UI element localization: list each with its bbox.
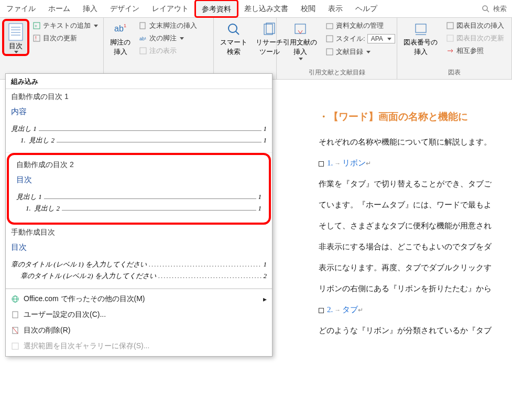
smart-lookup-button[interactable]: スマート 検索 — [217, 20, 250, 59]
dropdown-commands: Office.com で作ったその他の目次(M) ▸ ユーザー設定の目次(C).… — [6, 289, 272, 356]
svg-text:ab: ab — [114, 24, 124, 33]
toc-preset-manual[interactable]: 手動作成目次 目次 章のタイトル (レベル 1) を入力してください 1 章のタ… — [6, 225, 272, 289]
custom-toc[interactable]: ユーザー設定の目次(C)... — [6, 307, 272, 323]
footnote-icon: ab1 — [113, 22, 128, 37]
doc-list-item: 1. → リボン↵ — [319, 155, 512, 171]
toc-line: 章のタイトル (レベル 1) を入力してください 1 — [11, 260, 267, 269]
update-tof-icon — [446, 34, 454, 42]
update-toc-icon: ! — [32, 34, 41, 42]
svg-point-0 — [483, 6, 487, 10]
svg-text:+: + — [35, 24, 37, 29]
group-figures: 図表番号の 挿入 図表目次の挿入 図表目次の更新 相互参照 図表 — [397, 18, 512, 79]
bullet-icon — [319, 308, 324, 313]
search-box[interactable]: 検索 — [476, 0, 512, 17]
toc-preset-auto1[interactable]: 自動作成の目次 1 内容 見出し 1 1 1. 見出し 2 1 — [6, 89, 272, 153]
doc-paragraph: ています。『ホームタブ』には、ワードで最もよ — [319, 197, 512, 213]
remove-icon — [11, 326, 19, 335]
bibliography-icon — [325, 48, 334, 56]
svg-rect-24 — [416, 24, 426, 32]
next-footnote-icon: ab¹ — [139, 34, 147, 42]
doc-title: ・【ワード】画面の名称と機能に — [319, 110, 512, 124]
tab-home[interactable]: ホーム — [42, 0, 77, 17]
svg-rect-19 — [266, 23, 275, 34]
tab-view[interactable]: 表示 — [322, 0, 349, 17]
cross-ref-icon — [446, 47, 454, 55]
svg-rect-9 — [34, 35, 40, 41]
svg-rect-22 — [326, 36, 333, 42]
style-icon — [325, 35, 334, 43]
dropdown-builtin-header: 組み込み — [6, 74, 272, 89]
preset-heading: 目次 — [16, 175, 262, 185]
caption-icon — [413, 22, 428, 37]
toc-preset-auto2[interactable]: 自動作成の目次 2 目次 見出し 1 1 1. 見出し 2 1 — [11, 157, 267, 220]
manage-sources-icon — [325, 21, 334, 30]
svg-rect-34 — [12, 343, 18, 349]
toc-line: 1. 見出し 2 1 — [11, 136, 267, 145]
insert-tof-button[interactable]: 図表目次の挿入 — [444, 20, 506, 31]
svg-text:!: ! — [35, 36, 37, 41]
svg-rect-15 — [140, 48, 146, 54]
toc-line: 1. 見出し 2 1 — [16, 204, 262, 213]
preset-title: 手動作成目次 — [11, 228, 267, 237]
citation-style-row: スタイル: APA — [323, 33, 397, 45]
group-label-citations: 引用文献と文献目録 — [280, 67, 394, 78]
search-placeholder: 検索 — [493, 4, 507, 14]
doc-paragraph: 非表示にする場合は、どこでもよいのでタブをダ — [319, 239, 512, 255]
tab-layout[interactable]: レイアウト — [146, 0, 195, 17]
insert-footnote-button[interactable]: ab1 脚注の 挿入 — [107, 20, 134, 59]
insert-endnote-button[interactable]: 文末脚注の挿入 — [137, 20, 199, 31]
ribbon: 目次 + テキストの追加 ! 目次の更新 ab1 脚注の 挿入 — [0, 18, 512, 80]
save-to-gallery: 選択範囲を目次ギャラリーに保存(S)... — [6, 338, 272, 354]
tab-review[interactable]: 校閲 — [295, 0, 322, 17]
endnote-icon — [139, 21, 147, 30]
add-text-button[interactable]: + テキストの追加 — [30, 20, 100, 31]
group-toc: 目次 + テキストの追加 ! 目次の更新 — [0, 18, 104, 79]
insert-citation-button[interactable]: 引用文献の 挿入 — [280, 20, 320, 62]
svg-line-33 — [13, 327, 18, 334]
tab-file[interactable]: ファイル — [0, 0, 42, 17]
bibliography-button[interactable]: 文献目録 — [323, 46, 397, 58]
svg-rect-18 — [264, 24, 273, 35]
citation-style-select[interactable]: APA — [367, 34, 395, 43]
next-footnote-button[interactable]: ab¹ 次の脚注 — [137, 32, 199, 44]
update-tof-button[interactable]: 図表目次の更新 — [444, 32, 506, 44]
update-toc-button[interactable]: ! 目次の更新 — [30, 32, 100, 44]
tab-references[interactable]: 参考資料 — [195, 0, 238, 17]
toc-button-label: 目次 — [9, 41, 23, 51]
doc-paragraph: そして、さまざまなタブに便利な機能が用意され — [319, 218, 512, 234]
doc-paragraph: リボンの右側にある『リボンを折りたたむ』から — [319, 281, 512, 296]
manage-sources-button[interactable]: 資料文献の管理 — [323, 20, 397, 31]
preset-heading: 内容 — [11, 107, 267, 117]
tab-help[interactable]: ヘルプ — [349, 0, 384, 17]
chevron-down-icon — [180, 37, 184, 40]
toc-button[interactable]: 目次 — [3, 20, 28, 55]
toc-preset-auto2-highlighted: 自動作成の目次 2 目次 見出し 1 1 1. 見出し 2 1 — [9, 155, 269, 223]
document-body[interactable]: ・【ワード】画面の名称と機能に それぞれの名称や機能について順に解説します。 1… — [282, 89, 512, 420]
svg-point-16 — [228, 24, 237, 32]
citation-icon — [293, 22, 308, 37]
group-research: スマート 検索 リサーチ ツール — [214, 18, 277, 79]
document-icon — [11, 311, 19, 319]
globe-icon — [11, 295, 19, 303]
tab-design[interactable]: デザイン — [104, 0, 146, 17]
cross-ref-button[interactable]: 相互参照 — [444, 45, 506, 57]
more-office-toc[interactable]: Office.com で作ったその他の目次(M) ▸ — [6, 291, 272, 307]
svg-rect-26 — [447, 23, 453, 29]
tab-mailmerge[interactable]: 差し込み文書 — [238, 0, 295, 17]
remove-toc[interactable]: 目次の削除(R) — [6, 323, 272, 338]
svg-rect-23 — [326, 49, 333, 55]
chevron-down-icon — [299, 58, 303, 60]
insert-caption-button[interactable]: 図表番号の 挿入 — [400, 20, 441, 59]
group-label-figures: 図表 — [400, 67, 508, 78]
chevron-down-icon — [387, 38, 391, 40]
toc-icon — [8, 23, 24, 41]
doc-paragraph: 表示になります。再度、タブでダブルクリックす — [319, 260, 512, 275]
svg-rect-31 — [13, 312, 18, 318]
toc-dropdown: 組み込み 自動作成の目次 1 内容 見出し 1 1 1. 見出し 2 1 自動作… — [5, 73, 273, 357]
tab-insert[interactable]: 挿入 — [77, 0, 104, 17]
show-notes-button[interactable]: 注の表示 — [137, 45, 199, 57]
tab-bar: ファイル ホーム 挿入 デザイン レイアウト 参考資料 差し込み文書 校閲 表示… — [0, 0, 512, 18]
svg-text:1: 1 — [124, 23, 126, 28]
group-footnotes: ab1 脚注の 挿入 文末脚注の挿入 ab¹ 次の脚注 注の表示 — [104, 18, 214, 79]
show-notes-icon — [139, 47, 147, 55]
